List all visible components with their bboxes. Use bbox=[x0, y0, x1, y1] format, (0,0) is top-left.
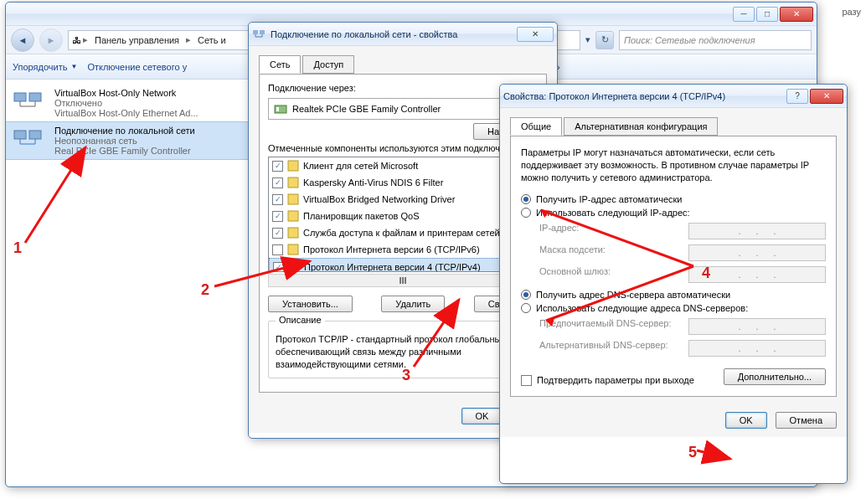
connection-status: Неопознанная сеть bbox=[54, 136, 195, 146]
remove-button[interactable]: Удалить bbox=[381, 296, 445, 312]
radio-dns-auto[interactable] bbox=[521, 290, 531, 300]
annotation-2: 2 bbox=[201, 281, 209, 299]
confirm-on-exit-checkbox[interactable] bbox=[521, 375, 532, 386]
help-button[interactable]: ? bbox=[786, 89, 808, 104]
radio-ip-auto-label: Получить IP-адрес автоматически bbox=[536, 194, 682, 204]
protocol-icon bbox=[286, 209, 300, 223]
annotation-1: 1 bbox=[13, 239, 22, 257]
maximize-button[interactable]: □ bbox=[756, 7, 778, 22]
component-item[interactable]: ✓Клиент для сетей Microsoft bbox=[269, 157, 537, 174]
component-label: Протокол Интернета версии 4 (TCP/IPv4) bbox=[304, 262, 481, 272]
protocol-icon bbox=[286, 176, 300, 189]
protocol-icon bbox=[286, 226, 300, 239]
connection-name: Подключение по локальной сети bbox=[54, 126, 195, 136]
svg-rect-9 bbox=[288, 177, 298, 188]
radio-ip-manual[interactable] bbox=[521, 208, 531, 218]
component-label: Служба доступа к файлам и принтерам сете… bbox=[303, 228, 510, 238]
svg-rect-10 bbox=[288, 194, 298, 204]
cancel-button[interactable]: Отмена bbox=[776, 412, 837, 429]
tab-alt-config[interactable]: Альтернативная конфигурация bbox=[564, 117, 718, 136]
description-legend: Описание bbox=[276, 315, 325, 325]
close-button[interactable]: ✕ bbox=[517, 27, 554, 42]
radio-ip-auto[interactable] bbox=[521, 194, 531, 204]
svg-rect-5 bbox=[260, 30, 265, 34]
description-text: Протокол TCP/IP - стандартный протокол г… bbox=[276, 333, 530, 371]
component-checkbox[interactable]: ✓ bbox=[272, 228, 283, 239]
svg-rect-14 bbox=[289, 262, 299, 272]
tab-general[interactable]: Общие bbox=[510, 117, 562, 136]
intro-text: Параметры IP могут назначаться автоматич… bbox=[521, 147, 826, 184]
horizontal-scrollbar[interactable]: III bbox=[268, 274, 538, 287]
component-label: VirtualBox Bridged Networking Driver bbox=[303, 194, 455, 204]
install-button[interactable]: Установить... bbox=[268, 296, 353, 312]
svg-rect-12 bbox=[288, 228, 298, 238]
network-adapter-icon bbox=[13, 88, 46, 115]
radio-dns-manual[interactable] bbox=[521, 303, 531, 313]
gateway-label: Основной шлюз: bbox=[539, 266, 682, 283]
component-checkbox[interactable]: ✓ bbox=[273, 262, 284, 273]
protocol-icon bbox=[286, 159, 300, 172]
svg-rect-0 bbox=[14, 93, 26, 101]
svg-rect-4 bbox=[253, 30, 258, 34]
svg-rect-1 bbox=[29, 93, 41, 101]
tab-network[interactable]: Сеть bbox=[259, 55, 301, 74]
component-label: Kaspersky Anti-Virus NDIS 6 Filter bbox=[303, 177, 443, 188]
component-item[interactable]: ✓Служба доступа к файлам и принтерам сет… bbox=[269, 224, 537, 241]
search-input[interactable]: Поиск: Сетевые подключения bbox=[619, 30, 812, 50]
breadcrumb-item[interactable]: Сеть и bbox=[193, 33, 231, 47]
dialog-title: Свойства: Протокол Интернета версии 4 (T… bbox=[503, 91, 786, 101]
ip-address-field: ... bbox=[688, 223, 826, 239]
component-checkbox[interactable]: ✓ bbox=[272, 161, 283, 172]
ok-button[interactable]: OK bbox=[461, 408, 503, 424]
component-label: Планировщик пакетов QoS bbox=[303, 211, 420, 221]
component-item[interactable]: ✓Kaspersky Anti-Virus NDIS 6 Filter bbox=[269, 174, 537, 191]
protocol-icon bbox=[286, 243, 300, 256]
svg-rect-7 bbox=[276, 107, 279, 111]
component-label: Клиент для сетей Microsoft bbox=[303, 161, 418, 171]
connection-adapter: VirtualBox Host-Only Ethernet Ad... bbox=[54, 108, 198, 118]
organize-menu[interactable]: Упорядочить▼ bbox=[13, 62, 77, 72]
connection-status: Отключено bbox=[54, 98, 198, 108]
component-item[interactable]: ✓Планировщик пакетов QoS bbox=[269, 208, 537, 224]
radio-ip-manual-label: Использовать следующий IP-адрес: bbox=[536, 208, 690, 218]
ip-address-label: IP-адрес: bbox=[539, 223, 682, 239]
adapter-display: Realtek PCIe GBE Family Controller bbox=[268, 98, 538, 120]
component-item[interactable]: ✓Протокол Интернета версии 4 (TCP/IPv4) bbox=[269, 258, 537, 272]
adapter-icon bbox=[274, 102, 287, 116]
dialog-titlebar: Свойства: Протокол Интернета версии 4 (T… bbox=[500, 85, 847, 108]
component-label: Протокол Интернета версии 6 (TCP/IPv6) bbox=[303, 244, 480, 255]
component-item[interactable]: Протокол Интернета версии 6 (TCP/IPv6) bbox=[269, 241, 537, 258]
component-checkbox[interactable] bbox=[272, 244, 283, 255]
preferred-dns-field: ... bbox=[688, 318, 826, 335]
component-item[interactable]: ✓VirtualBox Bridged Networking Driver bbox=[269, 191, 537, 208]
forward-button[interactable]: ► bbox=[39, 28, 63, 52]
svg-rect-8 bbox=[288, 161, 298, 171]
svg-rect-11 bbox=[288, 211, 298, 221]
tab-access[interactable]: Доступ bbox=[302, 55, 354, 74]
protocol-icon bbox=[286, 193, 300, 206]
connection-adapter: Real PCIe GBE Family Controller bbox=[54, 146, 195, 156]
ok-button[interactable]: OK bbox=[725, 412, 767, 429]
background-text: разу bbox=[842, 7, 861, 17]
connect-via-label: Подключение через: bbox=[268, 83, 538, 93]
close-button[interactable]: ✕ bbox=[780, 7, 813, 22]
annotation-3: 3 bbox=[402, 367, 410, 384]
disable-device-button[interactable]: Отключение сетевого у bbox=[87, 62, 187, 72]
lan-icon bbox=[252, 28, 265, 41]
refresh-button[interactable]: ↻ bbox=[595, 31, 614, 49]
component-checkbox[interactable]: ✓ bbox=[272, 194, 283, 205]
component-checkbox[interactable]: ✓ bbox=[272, 211, 283, 222]
annotation-4: 4 bbox=[702, 265, 710, 282]
advanced-button[interactable]: Дополнительно... bbox=[724, 368, 826, 385]
components-label: Отмеченные компоненты используются этим … bbox=[268, 143, 538, 153]
back-button[interactable]: ◄ bbox=[11, 28, 34, 52]
tcpip-properties-dialog: Свойства: Протокол Интернета версии 4 (T… bbox=[499, 84, 848, 484]
close-button[interactable]: ✕ bbox=[810, 89, 843, 104]
components-list[interactable]: ✓Клиент для сетей Microsoft✓Kaspersky An… bbox=[268, 157, 538, 272]
radio-dns-manual-label: Использовать следующие адреса DNS-сервер… bbox=[536, 303, 748, 313]
minimize-button[interactable]: ─ bbox=[733, 7, 755, 22]
component-checkbox[interactable]: ✓ bbox=[272, 177, 283, 188]
dialog-title: Подключение по локальной сети - свойства bbox=[271, 29, 517, 39]
confirm-on-exit-label: Подтвердить параметры при выходе bbox=[537, 375, 694, 385]
breadcrumb-item[interactable]: Панель управления bbox=[90, 33, 184, 47]
